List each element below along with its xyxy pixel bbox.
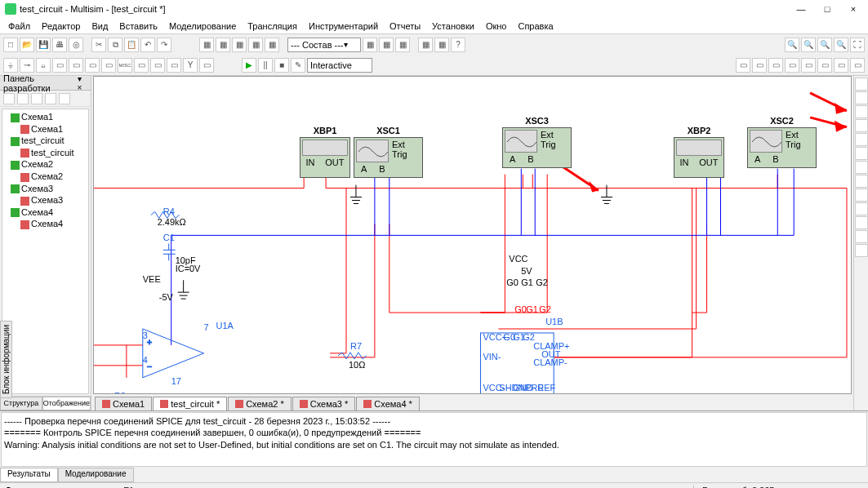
- instrument-xbp2[interactable]: XBP2 INOUT: [674, 137, 724, 178]
- instrument-xsc1[interactable]: XSC1 Ext Trig AB: [354, 137, 423, 178]
- tool-button[interactable]: ▭: [752, 58, 767, 73]
- instr-button[interactable]: [855, 91, 868, 104]
- comp-button[interactable]: ▭: [85, 58, 100, 73]
- undo-button[interactable]: ↶: [140, 38, 155, 52]
- component-list-combo[interactable]: --- Состав --- ▾: [287, 38, 361, 52]
- help-button[interactable]: ?: [451, 38, 465, 52]
- comp-button[interactable]: ▭: [101, 58, 116, 73]
- tool-button[interactable]: ▦: [232, 38, 247, 52]
- panel-tool-button[interactable]: [17, 93, 29, 104]
- menu-insert[interactable]: Вставить: [114, 20, 162, 33]
- comp-button[interactable]: ▭: [69, 58, 83, 73]
- paste-button[interactable]: 📋: [124, 38, 139, 52]
- comp-button[interactable]: MISC: [118, 58, 132, 73]
- sim-mode-combo[interactable]: Interactive: [307, 58, 372, 73]
- instr-button[interactable]: [855, 119, 868, 132]
- menu-simulate[interactable]: Моделирование: [164, 20, 241, 33]
- zoom-area-button[interactable]: 🔍: [817, 38, 832, 52]
- instr-button[interactable]: [855, 133, 868, 146]
- instr-button[interactable]: [855, 175, 868, 188]
- comp-button[interactable]: ▭: [150, 58, 165, 73]
- instr-button[interactable]: [855, 147, 868, 160]
- cut-button[interactable]: ✂: [91, 38, 106, 52]
- info-block-tab[interactable]: Блок информации: [0, 321, 12, 398]
- tool-button[interactable]: ▭: [850, 58, 865, 73]
- interactive-icon[interactable]: ✎: [291, 58, 305, 73]
- instr-button[interactable]: [855, 244, 868, 257]
- zoom-in-button[interactable]: 🔍: [785, 38, 799, 52]
- comp-button[interactable]: ▭: [199, 58, 214, 73]
- instr-button[interactable]: [855, 189, 868, 202]
- zoom-out-button[interactable]: 🔍: [801, 38, 816, 52]
- instrument-xsc3[interactable]: XSC3 Ext Trig AB: [502, 127, 572, 168]
- instr-button[interactable]: [855, 230, 868, 243]
- panel-tool-button[interactable]: [31, 93, 42, 104]
- tool-button[interactable]: ▭: [801, 58, 816, 73]
- menu-file[interactable]: Файл: [3, 20, 35, 33]
- comp-button[interactable]: Y: [183, 58, 198, 73]
- comp-button[interactable]: ▭: [167, 58, 181, 73]
- preview-button[interactable]: ◎: [69, 38, 83, 52]
- menu-transfer[interactable]: Трансляция: [243, 20, 302, 33]
- schematic-canvas[interactable]: R4 C1 U1A U1B TNS7001 TNS7001 R7 R3 7 3 …: [93, 76, 852, 394]
- design-tree[interactable]: Схема1 Схема1 test_circuit test_circuit …: [2, 109, 89, 394]
- tool-button[interactable]: ▦: [434, 38, 449, 52]
- comp-button[interactable]: ▭: [52, 58, 67, 73]
- instr-button[interactable]: [855, 202, 868, 215]
- zoom-fit-button[interactable]: 🔍: [834, 38, 848, 52]
- tab-display[interactable]: Отображение: [42, 397, 91, 410]
- tool-button[interactable]: ▭: [736, 58, 750, 73]
- log-tab-results[interactable]: Результаты: [0, 468, 58, 482]
- print-button[interactable]: 🖶: [52, 38, 67, 52]
- menu-window[interactable]: Окно: [481, 20, 512, 33]
- panel-tool-button[interactable]: [3, 93, 15, 104]
- instr-button[interactable]: [855, 216, 868, 229]
- run-button[interactable]: ▶: [242, 58, 256, 73]
- minimize-button[interactable]: —: [791, 4, 811, 14]
- close-button[interactable]: ×: [844, 4, 863, 14]
- open-button[interactable]: 📂: [20, 38, 34, 52]
- panel-tool-button[interactable]: [45, 93, 56, 104]
- maximize-button[interactable]: □: [817, 4, 837, 14]
- tab-test-circuit[interactable]: test_circuit *: [153, 397, 227, 410]
- instrument-xbp1[interactable]: XBP1 INOUT: [300, 137, 350, 178]
- log-text[interactable]: ------ Проверка перечня соединений SPICE…: [1, 412, 867, 467]
- new-button[interactable]: □: [3, 38, 18, 52]
- tool-button[interactable]: ▭: [768, 58, 783, 73]
- redo-button[interactable]: ↷: [157, 38, 171, 52]
- comp-button[interactable]: ⏚: [3, 58, 18, 73]
- tool-button[interactable]: ▦: [379, 38, 394, 52]
- tab-schema2[interactable]: Схема2 *: [228, 397, 292, 410]
- tool-button[interactable]: ▭: [834, 58, 848, 73]
- instrument-xsc2[interactable]: XSC2 Ext Trig AB: [747, 127, 817, 168]
- instr-button[interactable]: [855, 161, 868, 174]
- save-button[interactable]: 💾: [36, 38, 51, 52]
- comp-button[interactable]: ⊸: [20, 58, 34, 73]
- instr-button[interactable]: [855, 78, 868, 91]
- tool-button[interactable]: ▦: [363, 38, 377, 52]
- panel-tool-button[interactable]: [59, 93, 70, 104]
- tool-button[interactable]: ▦: [265, 38, 279, 52]
- tool-button[interactable]: ▦: [248, 38, 263, 52]
- menu-reports[interactable]: Отчеты: [385, 20, 425, 33]
- comp-button[interactable]: ⏛: [36, 58, 51, 73]
- tool-button[interactable]: ▦: [216, 38, 230, 52]
- tab-schema3[interactable]: Схема3 *: [292, 397, 356, 410]
- menu-help[interactable]: Справка: [513, 20, 558, 33]
- stop-button[interactable]: ■: [274, 58, 289, 73]
- comp-button[interactable]: ▭: [134, 58, 149, 73]
- tool-button[interactable]: ▦: [395, 38, 410, 52]
- tool-button[interactable]: ▦: [199, 38, 214, 52]
- tab-schema1[interactable]: Схема1: [95, 397, 152, 410]
- tool-button[interactable]: ▭: [817, 58, 832, 73]
- tab-schema4[interactable]: Схема4 *: [356, 397, 420, 410]
- tool-button[interactable]: ▦: [418, 38, 433, 52]
- menu-options[interactable]: Установки: [427, 20, 479, 33]
- menu-view[interactable]: Вид: [87, 20, 113, 33]
- tab-structure[interactable]: Структура: [0, 397, 42, 410]
- fullscreen-button[interactable]: ⛶: [850, 38, 865, 52]
- instr-button[interactable]: [855, 105, 868, 118]
- panel-close-icon[interactable]: ▾ ×: [78, 74, 88, 92]
- log-tab-simulation[interactable]: Моделирование: [58, 468, 134, 482]
- copy-button[interactable]: ⧉: [108, 38, 122, 52]
